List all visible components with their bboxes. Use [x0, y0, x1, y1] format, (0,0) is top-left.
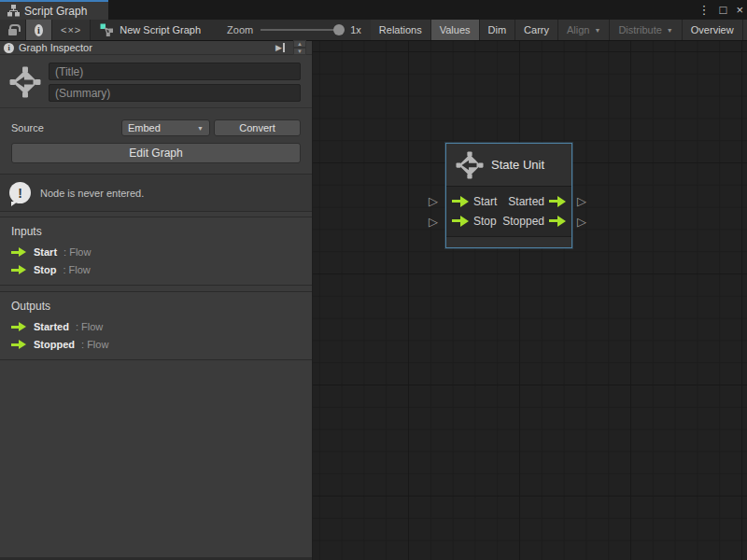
graph-inspector-panel: i Graph Inspector ▶ ▲ ▼ Source Embed ▼ C…	[0, 41, 313, 560]
node-input-port[interactable]: Stop	[452, 215, 497, 228]
inputs-section: Inputs Start : Flow Stop : Flow	[0, 217, 312, 286]
port-triangle-icon[interactable]: ▷	[429, 216, 438, 228]
window-close-icon[interactable]: ×	[736, 0, 743, 20]
node-title: State Unit	[491, 158, 544, 172]
carry-label: Carry	[524, 24, 549, 35]
lock-button[interactable]	[0, 20, 26, 40]
node-body: Start Started Stop Stopped	[446, 187, 571, 237]
port-triangle-icon[interactable]: ▷	[577, 216, 586, 228]
zoom-label: Zoom	[227, 24, 253, 35]
port-triangle-icon[interactable]: ▷	[577, 195, 586, 207]
port-name: Started	[34, 321, 69, 332]
port-type: Flow	[69, 264, 91, 275]
dim-label: Dim	[488, 24, 507, 35]
graph-breadcrumb-label: New Script Graph	[120, 24, 201, 35]
port-triangle-icon[interactable]: ▷	[429, 195, 438, 207]
window-menu-icon[interactable]: ⋮	[698, 0, 711, 20]
port-name: Started	[508, 195, 544, 208]
window-maximize-icon[interactable]: □	[720, 0, 727, 20]
inputs-header: Inputs	[11, 225, 301, 238]
flow-arrow-icon	[452, 196, 469, 207]
port-separator: :	[63, 246, 66, 258]
info-icon: i	[4, 43, 14, 53]
spin-down-icon[interactable]: ▼	[293, 48, 306, 55]
values-button[interactable]: Values	[431, 20, 480, 40]
convert-button[interactable]: Convert	[214, 119, 301, 136]
list-item: Stop : Flow	[11, 264, 301, 275]
zoom-control: Zoom 1x	[210, 20, 371, 40]
state-unit-icon	[456, 151, 484, 179]
graph-meta-section	[0, 55, 312, 108]
dim-button[interactable]: Dim	[480, 20, 516, 40]
edit-graph-button[interactable]: Edit Graph	[11, 143, 301, 163]
outputs-header: Outputs	[11, 300, 301, 313]
node-port-row: Stop Stopped	[452, 211, 566, 231]
zoom-slider-handle[interactable]	[333, 24, 345, 35]
source-dropdown[interactable]: Embed ▼	[121, 119, 210, 136]
relations-button[interactable]: Relations	[371, 20, 431, 40]
outputs-section: Outputs Started : Flow Stopped : Flow	[0, 291, 312, 360]
inspector-toggle-button[interactable]: i	[26, 20, 52, 40]
distribute-button: Distribute▼	[610, 20, 682, 40]
flow-arrow-icon	[11, 265, 27, 275]
script-graph-asset-icon	[100, 23, 114, 37]
port-type: Flow	[81, 321, 103, 332]
relations-label: Relations	[379, 24, 422, 35]
chevron-down-icon: ▼	[197, 125, 204, 132]
code-icon: <×>	[61, 24, 81, 35]
overview-label: Overview	[691, 24, 734, 35]
port-type: Flow	[87, 339, 108, 350]
source-value: Embed	[128, 122, 161, 133]
align-label: Align	[567, 24, 589, 35]
spin-up-icon[interactable]: ▲	[293, 40, 306, 48]
overview-button[interactable]: Overview	[683, 20, 743, 40]
warning-box: ! Node is never entered.	[0, 174, 312, 212]
port-separator: :	[76, 321, 78, 332]
state-unit-icon	[9, 66, 41, 98]
source-label: Source	[11, 122, 121, 133]
port-separator: :	[81, 339, 84, 350]
dock-panel-icon[interactable]: ▶	[275, 43, 285, 52]
list-item: Stopped : Flow	[11, 339, 301, 350]
zoom-slider[interactable]	[261, 29, 343, 31]
port-name: Start	[473, 195, 497, 208]
values-label: Values	[440, 24, 471, 35]
distribute-label: Distribute	[618, 24, 661, 35]
script-graph-tab-icon	[7, 5, 20, 17]
node-output-port[interactable]: Stopped	[502, 215, 566, 228]
csharp-preview-button[interactable]: <×>	[52, 20, 91, 40]
tab-title: Script Graph	[24, 5, 87, 18]
node-output-port[interactable]: Started	[508, 195, 566, 208]
graph-toolbar: i <×> New Script Graph Zoom 1x Relations…	[0, 20, 747, 41]
flow-arrow-icon	[11, 247, 27, 258]
source-row: Source Embed ▼ Convert	[11, 119, 301, 136]
node-port-row: Start Started	[452, 191, 566, 211]
port-name: Stop	[34, 264, 56, 275]
list-item: Started : Flow	[11, 321, 301, 332]
lock-icon	[8, 29, 17, 35]
full-screen-button[interactable]: Full Scr	[743, 20, 747, 40]
node-footer	[446, 237, 571, 247]
port-type: Flow	[69, 246, 91, 258]
graph-breadcrumb[interactable]: New Script Graph	[91, 20, 210, 40]
info-icon: i	[35, 24, 43, 36]
graph-canvas[interactable]: ▷ ▷ ▷ ▷ State Unit Start Started	[313, 41, 747, 560]
warning-icon: !	[9, 182, 31, 203]
graph-title-input[interactable]	[49, 63, 301, 80]
port-name: Stop	[473, 215, 497, 228]
zoom-value: 1x	[350, 24, 361, 35]
warning-text: Node is never entered.	[40, 188, 144, 199]
tab-script-graph[interactable]: Script Graph	[0, 0, 108, 20]
chevron-down-icon: ▼	[594, 27, 600, 34]
convert-label: Convert	[239, 122, 275, 133]
flow-arrow-icon	[11, 340, 27, 350]
port-separator: :	[63, 264, 65, 275]
graph-summary-input[interactable]	[49, 84, 301, 102]
carry-button[interactable]: Carry	[515, 20, 558, 40]
state-unit-node[interactable]: State Unit Start Started Stop Sto	[445, 143, 572, 248]
panel-spinner: ▲ ▼	[293, 40, 306, 55]
node-input-port[interactable]: Start	[452, 195, 497, 208]
port-name: Stopped	[502, 215, 544, 228]
node-header[interactable]: State Unit	[446, 144, 571, 187]
port-name: Start	[34, 246, 57, 258]
